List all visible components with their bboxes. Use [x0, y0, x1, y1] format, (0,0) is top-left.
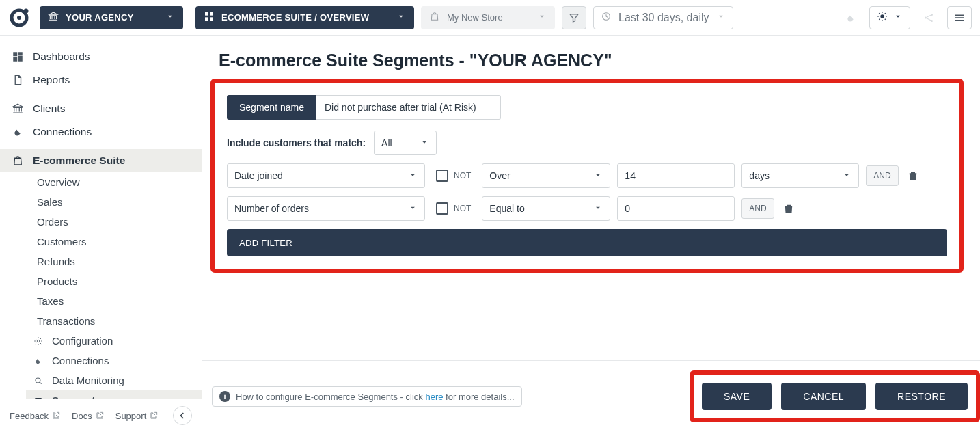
sidebar-sub-customers[interactable]: Customers: [26, 232, 202, 252]
footer-support[interactable]: Support: [115, 411, 159, 421]
operator-select[interactable]: Equal to: [482, 196, 610, 221]
shopping-bag-icon: [11, 154, 25, 167]
sidebar-item-label: E-commerce Suite: [33, 154, 125, 167]
save-button[interactable]: SAVE: [702, 383, 772, 410]
sidebar-sub-connections[interactable]: Connections: [26, 351, 202, 370]
plug-icon: [33, 356, 44, 366]
not-label: NOT: [454, 171, 471, 180]
sidebar-sub-refunds[interactable]: Refunds: [26, 252, 202, 271]
chevron-down-icon: [716, 12, 726, 24]
action-highlight: SAVE CANCEL RESTORE: [690, 370, 980, 422]
svg-rect-12: [13, 52, 17, 56]
footer-docs[interactable]: Docs: [72, 411, 105, 421]
store-switcher[interactable]: My New Store: [421, 6, 555, 29]
sidebar-sub-transactions[interactable]: Transactions: [26, 311, 202, 331]
sidebar-sub-data-monitoring[interactable]: Data Monitoring: [26, 370, 202, 390]
delete-row-button[interactable]: [906, 168, 921, 183]
footer-feedback[interactable]: Feedback: [10, 411, 61, 421]
bank-icon: [48, 11, 59, 25]
share-icon[interactable]: [917, 6, 940, 29]
sidebar: Dashboards Reports Clients: [0, 36, 202, 432]
external-link-icon: [149, 411, 159, 420]
restore-button[interactable]: RESTORE: [875, 383, 968, 410]
field-select[interactable]: Date joined: [227, 163, 425, 188]
value-input[interactable]: 0: [617, 196, 735, 221]
add-filter-button[interactable]: ADD FILTER: [227, 229, 947, 256]
date-range-label: Last 30 days, daily: [618, 12, 709, 24]
collapse-sidebar-button[interactable]: [173, 406, 192, 425]
sidebar-sub-taxes[interactable]: Taxes: [26, 291, 202, 311]
operator-select[interactable]: Over: [482, 163, 610, 188]
hint-prefix: How to configure E-commerce Segments - c…: [236, 392, 425, 402]
bank-icon: [11, 103, 25, 115]
sidebar-item-ecommerce[interactable]: E-commerce Suite: [0, 149, 202, 172]
module-switcher[interactable]: ECOMMERCE SUITE / OVERVIEW: [195, 6, 414, 29]
cancel-button[interactable]: CANCEL: [781, 383, 866, 410]
agency-switcher[interactable]: YOUR AGENCY: [40, 6, 183, 29]
not-checkbox[interactable]: [436, 170, 448, 182]
unit-select[interactable]: days: [741, 163, 859, 188]
svg-rect-3: [205, 12, 208, 16]
segment-editor-highlight: Segment name Include customers that matc…: [210, 79, 964, 273]
match-mode-select[interactable]: All: [374, 131, 437, 155]
plug-icon: [11, 126, 25, 138]
hint-suffix: for more details...: [446, 392, 514, 402]
sidebar-item-label: Clients: [33, 103, 65, 115]
bottom-bar: i How to configure E-commerce Segments -…: [202, 360, 980, 432]
segment-name-input[interactable]: [316, 95, 501, 120]
hint-link[interactable]: here: [425, 392, 443, 402]
gear-icon: [33, 336, 44, 346]
not-checkbox[interactable]: [436, 202, 448, 215]
logic-toggle[interactable]: AND: [741, 198, 774, 219]
sidebar-sub-products[interactable]: Products: [26, 271, 202, 291]
chevron-down-icon: [593, 203, 603, 215]
sidebar-sub-segments[interactable]: Segments: [26, 390, 202, 399]
chevron-down-icon: [165, 12, 175, 24]
filter-button[interactable]: [562, 6, 586, 29]
sidebar-sub-configuration[interactable]: Configuration: [26, 331, 202, 351]
app-logo[interactable]: [5, 4, 33, 31]
sidebar-sub-overview[interactable]: Overview: [26, 172, 202, 192]
grid-icon: [204, 11, 215, 25]
svg-point-10: [931, 14, 933, 16]
menu-button[interactable]: [947, 6, 972, 29]
svg-point-16: [37, 340, 40, 342]
svg-rect-5: [205, 17, 208, 21]
svg-point-17: [36, 377, 40, 382]
chevron-down-icon: [537, 12, 547, 24]
date-range-picker[interactable]: Last 30 days, daily: [593, 6, 733, 29]
filter-row: Number of orders NOT Equal to 0 AND: [227, 196, 947, 221]
hint-box: i How to configure E-commerce Segments -…: [212, 386, 522, 407]
field-select[interactable]: Number of orders: [227, 196, 425, 221]
sidebar-item-clients[interactable]: Clients: [0, 97, 202, 120]
chevron-down-icon: [408, 203, 418, 215]
theme-toggle[interactable]: [869, 6, 910, 29]
svg-point-8: [880, 14, 884, 18]
external-link-icon: [95, 411, 105, 420]
sidebar-sub-sales[interactable]: Sales: [26, 192, 202, 212]
match-label: Include customers that match:: [227, 137, 366, 148]
delete-row-button[interactable]: [781, 201, 796, 216]
not-label: NOT: [454, 204, 471, 213]
value-input[interactable]: 14: [617, 163, 735, 188]
svg-rect-6: [210, 17, 213, 21]
sidebar-item-label: Connections: [33, 126, 92, 138]
svg-rect-13: [18, 52, 23, 55]
sun-icon: [877, 11, 888, 25]
sidebar-item-connections[interactable]: Connections: [0, 120, 202, 144]
chevron-down-icon: [408, 170, 418, 182]
clock-icon: [601, 11, 612, 25]
svg-point-9: [925, 16, 927, 18]
sidebar-sub-orders[interactable]: Orders: [26, 212, 202, 232]
svg-point-11: [931, 20, 933, 22]
svg-point-2: [24, 8, 29, 13]
segment-name-label: Segment name: [227, 95, 316, 120]
search-icon: [33, 376, 44, 386]
sidebar-item-dashboards[interactable]: Dashboards: [0, 45, 202, 68]
svg-point-1: [17, 16, 21, 20]
agency-label: YOUR AGENCY: [66, 12, 134, 23]
logic-toggle[interactable]: AND: [866, 165, 898, 186]
sidebar-item-reports[interactable]: Reports: [0, 68, 202, 92]
plug-icon[interactable]: [839, 6, 862, 29]
chevron-down-icon: [396, 12, 406, 24]
